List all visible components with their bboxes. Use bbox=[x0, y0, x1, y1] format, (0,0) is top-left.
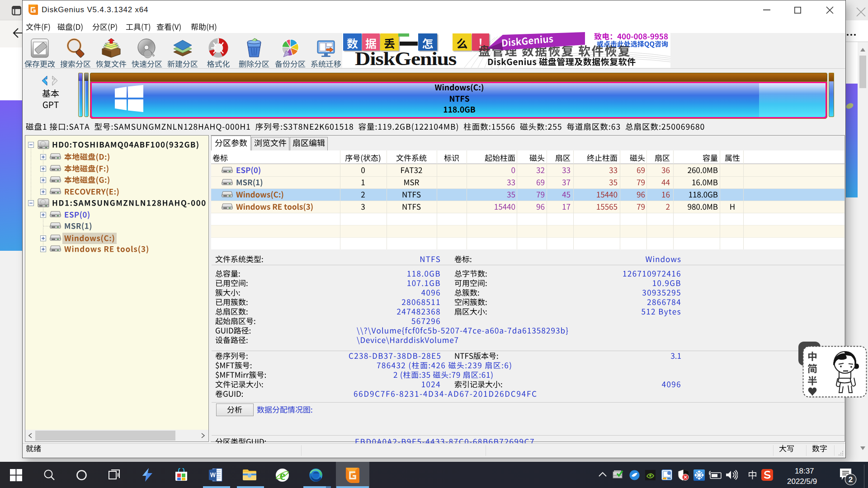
svg-text:e: e bbox=[280, 468, 286, 482]
svg-text:2: 2 bbox=[849, 475, 853, 484]
